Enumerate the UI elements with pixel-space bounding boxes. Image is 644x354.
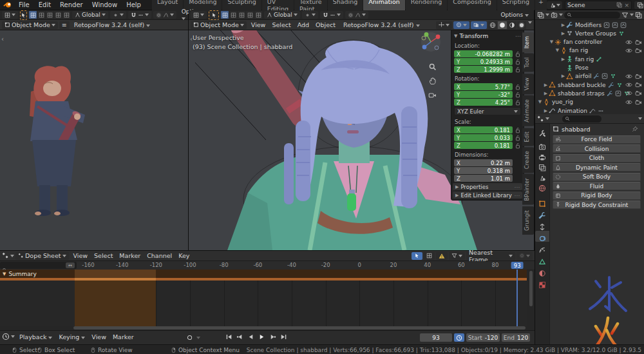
zoom-view-icon[interactable] xyxy=(428,61,437,70)
toolbar-expand-arrow[interactable]: ‹ xyxy=(1,35,4,43)
render-camera-icon[interactable] xyxy=(635,39,642,46)
play-button[interactable] xyxy=(257,333,267,341)
outliner-row-yue-rig[interactable]: ▼yue_rig xyxy=(535,98,644,106)
orientation-dropdown[interactable]: Global xyxy=(264,11,300,19)
properties-tab-object-data[interactable] xyxy=(535,254,549,265)
shading-material-icon[interactable] xyxy=(507,21,516,29)
select-subtract-icon[interactable] xyxy=(238,11,245,19)
disclosure-icon[interactable]: ▼ xyxy=(537,99,543,104)
frame-end-field[interactable]: End120 xyxy=(502,333,530,342)
properties-tab-particles[interactable] xyxy=(535,242,549,253)
jump-to-end-button[interactable] xyxy=(279,333,289,341)
dimension-y-field[interactable]: Y0.318 m xyxy=(454,167,513,174)
n-tab-create[interactable]: Create xyxy=(522,147,534,173)
options-menu[interactable]: Options xyxy=(497,12,532,18)
lock-icon[interactable] xyxy=(515,127,521,133)
timeline-editor-icon[interactable] xyxy=(2,333,10,340)
render-camera-icon[interactable] xyxy=(635,47,642,54)
soft-body-button[interactable]: Soft Body xyxy=(553,173,641,181)
editor-type-dropdown[interactable] xyxy=(2,11,18,19)
properties-tab-material[interactable] xyxy=(535,266,549,277)
snap-toggle[interactable] xyxy=(320,11,343,19)
properties-tab-output[interactable] xyxy=(535,150,549,161)
summary-collapse-arrow[interactable]: ▼ xyxy=(3,271,6,277)
pin-icon[interactable] xyxy=(632,126,638,132)
scene-selector[interactable]: Scene × xyxy=(565,1,632,10)
rigid-body-constraint-button[interactable]: Rigid Body Constraint xyxy=(553,201,641,209)
viewport-left-canvas[interactable]: ‹ xyxy=(0,30,188,250)
panel-properties[interactable]: ▶Properties⋯ xyxy=(453,183,522,190)
select-set-icon[interactable] xyxy=(29,11,37,19)
properties-tab-constraints[interactable] xyxy=(535,219,549,230)
panel-grip[interactable]: ⋯ xyxy=(515,33,521,39)
filter-toggle-icon[interactable]: ↔ xyxy=(66,262,75,268)
pivot-dropdown[interactable] xyxy=(302,11,318,19)
menu-help[interactable]: Help xyxy=(122,1,146,8)
properties-editor-icon[interactable] xyxy=(537,115,544,123)
play-reverse-button[interactable] xyxy=(246,333,256,341)
n-tab-edit[interactable]: Edit xyxy=(522,128,534,146)
viewport-menu-view[interactable]: View xyxy=(248,21,269,28)
properties-tab-texture[interactable] xyxy=(535,277,549,288)
panel-edit-linked-library[interactable]: ▶Edit Linked Library⋯ xyxy=(453,192,522,199)
only-selected-cursor-toggle[interactable] xyxy=(412,252,422,260)
menu-edit[interactable]: Edit xyxy=(34,1,55,8)
scale-z-field[interactable]: Z0.181 xyxy=(454,142,513,149)
rotation-y-field[interactable]: Y-32° xyxy=(454,91,513,98)
disclosure-icon[interactable]: ▶ xyxy=(560,23,566,28)
retopoflow-menu[interactable]: RetopoFlow 3.2.4 (self) xyxy=(340,21,423,28)
rigid-body-button[interactable]: Rigid Body xyxy=(553,192,641,200)
outliner-row-shabbard-buckle[interactable]: ▶shabbard buckle xyxy=(535,81,644,89)
viewport-menu-add[interactable]: Add xyxy=(294,21,312,28)
select-subtract-icon[interactable] xyxy=(46,11,53,19)
lock-icon[interactable] xyxy=(515,99,521,106)
rotation-z-field[interactable]: Z4.25° xyxy=(454,99,513,106)
outliner-row-fan-rig[interactable]: ▶fan rig xyxy=(535,55,644,63)
lock-icon[interactable] xyxy=(515,84,521,90)
select-intersect-icon[interactable] xyxy=(62,11,70,19)
render-camera-icon[interactable] xyxy=(635,99,642,106)
horizontal-scrollbar[interactable] xyxy=(73,326,526,329)
select-intersect-icon[interactable] xyxy=(254,11,262,19)
disclosure-icon[interactable]: ▶ xyxy=(543,91,549,96)
vertical-scrollbar[interactable] xyxy=(529,271,533,306)
n-tab-bpainter[interactable]: BPainter xyxy=(522,174,534,205)
select-difference-icon[interactable] xyxy=(54,11,62,19)
timeline-menu-view[interactable]: View xyxy=(88,333,109,340)
scene-browse-button[interactable] xyxy=(547,1,562,9)
xray-toggle[interactable] xyxy=(471,21,487,29)
retopoflow-menu[interactable]: RetopoFlow 3.2.4 (self) xyxy=(71,21,154,28)
rotation-x-field[interactable]: X5.77° xyxy=(454,83,513,90)
lock-icon[interactable] xyxy=(515,135,521,141)
shading-rendered-icon[interactable] xyxy=(517,21,526,29)
render-camera-icon[interactable] xyxy=(635,73,642,80)
dope-sheet-menu-select[interactable]: Select xyxy=(91,252,116,259)
outliner-row-shabbard-straps[interactable]: ▶shabbard straps xyxy=(535,89,644,97)
properties-tab-modifiers[interactable] xyxy=(535,208,549,219)
lock-icon[interactable] xyxy=(515,143,521,149)
orientation-dropdown[interactable]: Global xyxy=(72,11,108,19)
scale-x-field[interactable]: X0.181 xyxy=(454,126,513,133)
viewlayer-browse-button[interactable] xyxy=(634,1,644,9)
show-errors-toggle[interactable] xyxy=(436,252,448,260)
menu-window[interactable]: Window xyxy=(88,1,122,8)
current-frame-badge[interactable]: 93 xyxy=(511,262,524,269)
new-collection-icon[interactable] xyxy=(635,12,642,19)
next-keyframe-button[interactable] xyxy=(268,333,278,341)
properties-tab-scene[interactable] xyxy=(535,170,549,181)
outliner-row-fan-controller[interactable]: ▼fan controller xyxy=(535,38,644,46)
location-x-field[interactable]: X-0.068282 m xyxy=(454,50,513,57)
visibility-eye-icon[interactable] xyxy=(625,90,632,97)
dope-sheet-mode-dropdown[interactable]: Dope Sheet xyxy=(15,252,69,260)
outliner-search[interactable] xyxy=(564,12,620,19)
properties-tab-physics[interactable] xyxy=(535,231,549,242)
disclosure-icon[interactable]: ▼ xyxy=(554,48,560,53)
properties-tab-object[interactable] xyxy=(535,196,549,207)
timeline-menu-marker[interactable]: Marker xyxy=(109,333,137,340)
render-camera-icon[interactable] xyxy=(635,81,642,88)
selection-sync-toggle[interactable] xyxy=(424,252,435,260)
keying-dropdown[interactable] xyxy=(196,337,200,339)
new-scene-icon[interactable] xyxy=(616,2,622,8)
select-extend-icon[interactable] xyxy=(229,11,237,19)
n-tab-tool[interactable]: Tool xyxy=(522,54,534,72)
